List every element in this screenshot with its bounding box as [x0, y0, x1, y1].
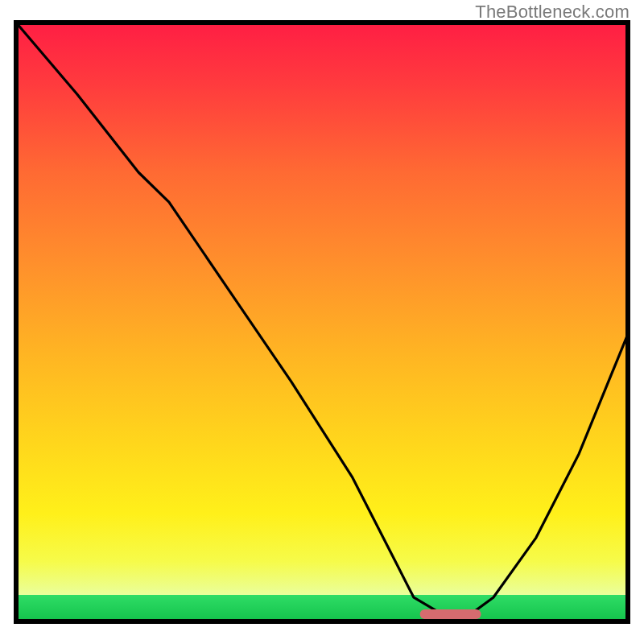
- bottleneck-chart: [0, 0, 644, 644]
- watermark-text: TheBottleneck.com: [475, 2, 630, 23]
- plot-background: [16, 23, 628, 621]
- chart-container: TheBottleneck.com: [0, 0, 644, 644]
- highlight-band: [420, 609, 481, 619]
